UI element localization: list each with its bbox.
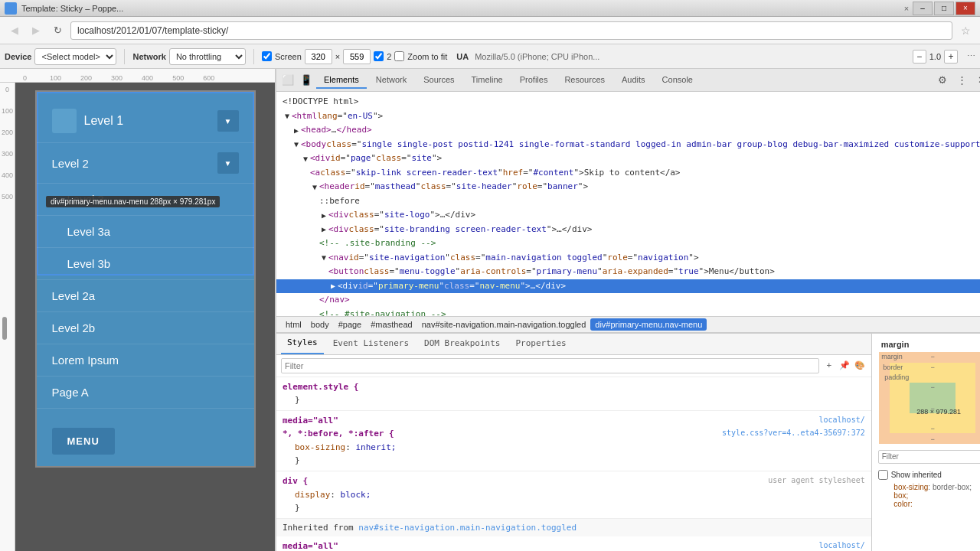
tab-timeline[interactable]: Timeline xyxy=(464,72,511,89)
html-panel: <!DOCTYPE html> ▼ <html lang="en-US"> ▶ … xyxy=(276,92,980,316)
tab-sources[interactable]: Sources xyxy=(416,72,462,89)
devtools-panel: ⬜ 📱 Elements Network Sources Timeline Pr… xyxy=(276,69,980,551)
devtools-tab-bar: ⬜ 📱 Elements Network Sources Timeline Pr… xyxy=(276,69,980,92)
menu-button-area: MENU xyxy=(37,416,254,466)
html-line-sitelogo[interactable]: ▶ <div class="site-logo">…</div> xyxy=(276,208,980,223)
expand-arrow[interactable]: ▶ xyxy=(319,210,328,220)
expand-arrow[interactable]: ▼ xyxy=(292,140,301,149)
html-line-skip[interactable]: <a class="skip-link screen-reader-text" … xyxy=(276,166,980,181)
maximize-button[interactable]: □ xyxy=(934,2,954,15)
color-style-icon[interactable]: 🎨 xyxy=(853,359,867,373)
html-line-branding[interactable]: ▶ <div class="site-branding screen-reade… xyxy=(276,223,980,237)
close-button[interactable]: × xyxy=(956,2,975,15)
screen-checkbox[interactable] xyxy=(262,51,272,61)
breadcrumb-primary-menu[interactable]: div#primary-menu.nav-menu xyxy=(590,318,707,331)
resize-handle[interactable] xyxy=(2,317,7,340)
main-area: 0 100 200 300 400 500 600 0 100 200 300 … xyxy=(0,69,980,551)
nav-arrow-level2[interactable] xyxy=(217,152,239,174)
browser-favicon xyxy=(5,2,17,15)
padding-outer-label: padding xyxy=(884,373,909,381)
html-line-body[interactable]: ▼ <body class="single single-post postid… xyxy=(276,138,980,152)
html-line-html[interactable]: ▼ <html lang="en-US"> xyxy=(276,109,980,124)
expand-arrow[interactable]: ▼ xyxy=(301,154,310,163)
style-source-link3[interactable]: localhost/ xyxy=(818,541,864,549)
refresh-button[interactable]: ↻ xyxy=(49,22,66,39)
inherited-link[interactable]: nav#site-navigation.main-navigation.togg… xyxy=(358,523,577,533)
boxmodel-filter-input[interactable] xyxy=(878,450,980,464)
bookmark-button[interactable]: ☆ xyxy=(957,22,974,39)
tab-elements[interactable]: Elements xyxy=(316,72,367,89)
device-icon[interactable]: 📱 xyxy=(298,72,315,89)
minimize-button[interactable]: – xyxy=(913,2,933,15)
url-input[interactable] xyxy=(70,21,952,40)
expand-arrow[interactable]: ▶ xyxy=(292,126,301,135)
nav-item-lorem[interactable]: Lorem Ipsum xyxy=(37,344,254,377)
settings-icon[interactable]: ⚙ xyxy=(934,72,951,89)
nav-item-pagea[interactable]: Page A xyxy=(37,377,254,409)
html-line-head[interactable]: ▶ <head>…</head> xyxy=(276,123,980,138)
html-line-comment-nav[interactable]: <!-- #site-navigation --> xyxy=(276,308,980,316)
throttle-select[interactable]: No throttling xyxy=(169,48,246,65)
breadcrumb-page[interactable]: #page xyxy=(334,318,367,331)
breadcrumb-masthead[interactable]: #masthead xyxy=(366,318,416,331)
html-line-nav[interactable]: ▼ <nav id="site-navigation" class="main-… xyxy=(276,251,980,266)
more-icon[interactable]: ⋮ xyxy=(954,72,971,89)
nav-item-level1[interactable]: Level 1 xyxy=(37,99,254,143)
ruler-v-200: 200 xyxy=(2,129,13,136)
html-line-page[interactable]: ▼ <div id="page" class="site"> xyxy=(276,152,980,166)
style-tab-styles[interactable]: Styles xyxy=(281,334,324,354)
tab-resources[interactable]: Resources xyxy=(557,72,612,89)
style-tab-properties[interactable]: Properties xyxy=(509,334,572,354)
expand-arrow[interactable]: ▶ xyxy=(319,225,328,234)
close-devtools-icon[interactable]: ✕ xyxy=(974,72,980,89)
dpr-checkbox[interactable] xyxy=(374,51,384,61)
pin-style-icon[interactable]: 📌 xyxy=(838,359,851,373)
style-tab-dom-breakpoints[interactable]: DOM Breakpoints xyxy=(418,334,506,354)
inspect-icon[interactable]: ⬜ xyxy=(279,72,296,89)
height-input[interactable] xyxy=(343,49,371,64)
html-line-comment-branding[interactable]: <!-- .site-branding --> xyxy=(276,236,980,251)
zoom-checkbox[interactable] xyxy=(394,51,404,61)
breadcrumb-body[interactable]: body xyxy=(306,318,334,331)
style-tab-event-listeners[interactable]: Event Listeners xyxy=(327,334,415,354)
html-line-before[interactable]: ::before xyxy=(276,194,980,209)
zoom-minus-button[interactable]: − xyxy=(913,50,926,64)
expand-arrow[interactable]: ▶ xyxy=(328,282,338,291)
show-inherited-checkbox[interactable] xyxy=(878,470,888,480)
html-line-doctype[interactable]: <!DOCTYPE html> xyxy=(276,95,980,109)
expand-arrow[interactable]: ▼ xyxy=(310,182,319,191)
style-filter-input[interactable] xyxy=(281,358,819,373)
forward-button[interactable]: ▶ xyxy=(28,22,44,39)
tab-console[interactable]: Console xyxy=(655,72,701,89)
zoom-plus-button[interactable]: + xyxy=(944,50,958,64)
html-line-header[interactable]: ▼ <header id="masthead" class="site-head… xyxy=(276,180,980,194)
tab-close-button[interactable]: × xyxy=(900,2,913,15)
nav-item-level2a[interactable]: Level 2a xyxy=(37,280,254,312)
expand-arrow[interactable]: ▼ xyxy=(319,253,328,262)
style-source-link1[interactable]: localhost/ xyxy=(818,416,864,424)
tab-network[interactable]: Network xyxy=(368,72,414,89)
nav-item-level3a[interactable]: Level 3a xyxy=(37,216,254,248)
ruler-marks: 0 100 200 300 400 500 600 xyxy=(23,74,275,82)
inherited-prop-1: box-sizing: border-box; xyxy=(893,483,972,491)
back-button[interactable]: ◀ xyxy=(6,22,23,39)
style-source-link2[interactable]: style.css?ver=4..eta4-35697:372 xyxy=(722,429,865,437)
breadcrumb-nav[interactable]: nav#site-navigation.main-navigation.togg… xyxy=(417,318,591,331)
nav-item-level2b[interactable]: Level 2b xyxy=(37,312,254,344)
expand-arrow[interactable]: ▼ xyxy=(283,112,292,121)
breadcrumb-html[interactable]: html xyxy=(281,318,306,331)
boxmodel-title: margin xyxy=(881,340,910,349)
html-line-primary-menu[interactable]: ▶ <div id="primary-menu" class="nav-menu… xyxy=(276,279,980,294)
menu-button[interactable]: MENU xyxy=(52,428,115,455)
width-input[interactable] xyxy=(305,49,332,64)
nav-arrow-level1[interactable] xyxy=(217,110,239,132)
html-line-button[interactable]: <button class="menu-toggle" aria-control… xyxy=(276,265,980,279)
border-top-label: − xyxy=(931,364,935,371)
tab-profiles[interactable]: Profiles xyxy=(512,72,556,89)
html-line-endnav[interactable]: </nav> xyxy=(276,293,980,308)
add-style-icon[interactable]: + xyxy=(822,359,836,373)
device-select[interactable]: <Select model> xyxy=(34,48,116,65)
nav-item-level3b[interactable]: Level 3b xyxy=(37,248,254,280)
tab-audits[interactable]: Audits xyxy=(614,72,653,89)
nav-item-level2[interactable]: Level 2 xyxy=(37,143,254,184)
